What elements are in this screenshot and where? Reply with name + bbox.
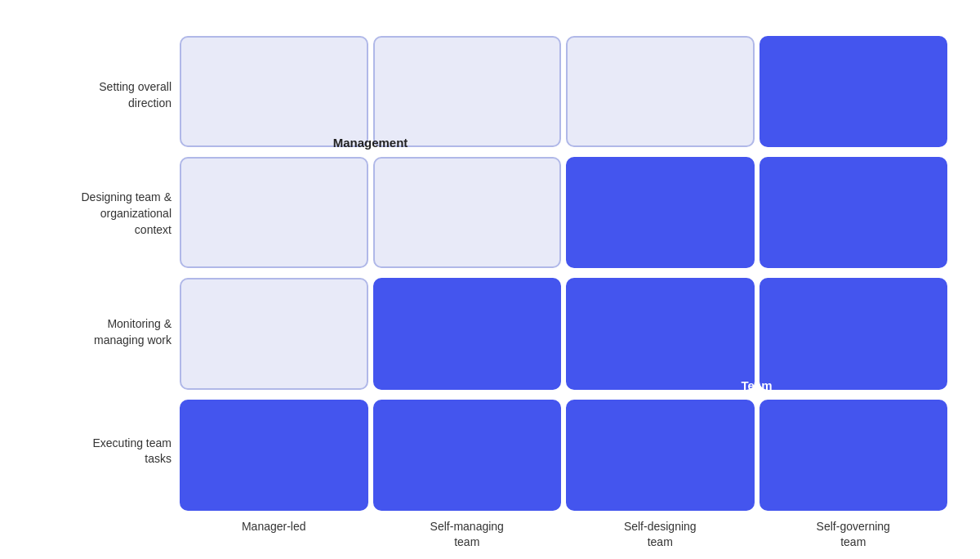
row-label-2: Monitoring & managing work <box>33 273 172 391</box>
grid-row-1 <box>180 157 947 268</box>
cell-3-2 <box>566 400 755 511</box>
cell-2-1 <box>373 278 562 389</box>
cell-0-1 <box>373 36 562 147</box>
row-label-1: Designing team & organizational context <box>33 154 172 273</box>
cell-3-1 <box>373 400 562 511</box>
cell-3-0 <box>180 400 368 511</box>
cell-2-2 <box>566 278 755 389</box>
col-label-2: Self-designing team <box>566 519 755 551</box>
cell-1-2 <box>566 157 755 268</box>
cell-0-3 <box>760 36 948 147</box>
col-label-1: Self-managing team <box>373 519 562 551</box>
cell-0-0 <box>180 36 368 147</box>
cell-1-0 <box>180 157 368 268</box>
row-label-0: Setting overall direction <box>33 36 172 154</box>
cell-2-0 <box>180 278 368 389</box>
matrix-body: Setting overall directionDesigning team … <box>33 36 947 511</box>
cell-2-3 <box>760 278 948 389</box>
matrix-wrapper: Setting overall directionDesigning team … <box>33 36 947 551</box>
cell-1-3 <box>760 157 948 268</box>
cell-1-1 <box>373 157 562 268</box>
col-label-0: Manager-led <box>180 519 368 551</box>
grid-row-0 <box>180 36 947 147</box>
cell-3-3 <box>760 400 948 511</box>
col-label-3: Self-governing team <box>760 519 948 551</box>
grid-row-3 <box>180 400 947 511</box>
row-label-3: Executing team tasks <box>33 392 172 511</box>
grid-row-2 <box>180 278 947 389</box>
row-labels: Setting overall directionDesigning team … <box>33 36 180 511</box>
cell-0-2 <box>566 36 755 147</box>
grid-area: ManagementTeam <box>180 36 947 511</box>
col-labels: Manager-ledSelf-managing teamSelf-design… <box>33 519 947 551</box>
